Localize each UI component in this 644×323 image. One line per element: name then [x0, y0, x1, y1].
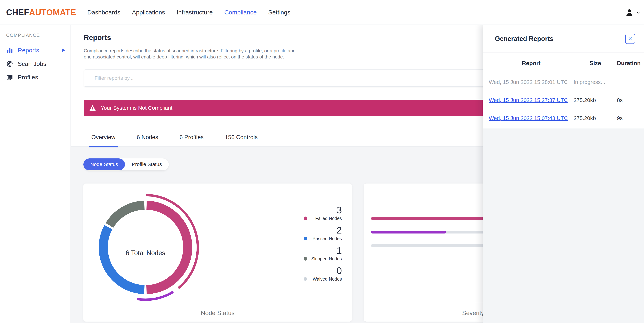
card-divider	[90, 302, 346, 303]
chevron-down-icon	[636, 10, 641, 15]
legend-row-passed: 2 Passed Nodes	[304, 226, 342, 241]
nav-item-compliance[interactable]: Compliance	[224, 9, 257, 16]
passed-dot-icon	[304, 237, 307, 240]
failed-dot-icon	[304, 216, 307, 220]
failed-label: Failed Nodes	[315, 216, 342, 221]
node-status-donut-chart	[88, 190, 203, 305]
failed-count: 3	[304, 205, 342, 215]
table-row: Wed, 15 Jun 2022 15:27:37 UTC 275.20kb 8…	[483, 91, 644, 109]
alert-message: Your System is Not Compliant	[101, 105, 172, 111]
arrow-right-icon	[62, 48, 65, 52]
page-description-line1: Compliance reports describe the status o…	[84, 48, 296, 54]
top-navbar: CHEFAUTOMATE Dashboards Applications Inf…	[0, 0, 644, 25]
report-size: 275.20kb	[574, 97, 617, 103]
sidebar-item-reports[interactable]: Reports	[0, 44, 70, 57]
logo-automate: AUTOMATE	[29, 8, 76, 17]
app-root: CHEFAUTOMATE Dashboards Applications Inf…	[0, 0, 644, 323]
table-row: Wed, 15 Jun 2022 15:28:01 UTC In progres…	[483, 73, 644, 91]
user-menu[interactable]	[625, 0, 641, 25]
sidebar-item-label: Reports	[18, 47, 39, 54]
column-report: Report	[489, 60, 574, 66]
nav-item-infrastructure[interactable]: Infrastructure	[176, 9, 212, 16]
donut-legend: 3 Failed Nodes 2 Passed Nodes 1 Skipped …	[304, 205, 342, 286]
report-download-link[interactable]: Wed, 15 Jun 2022 15:07:43 UTC	[489, 115, 574, 121]
report-duration: 9s	[617, 115, 643, 121]
passed-label: Passed Nodes	[312, 236, 342, 241]
close-icon: ✕	[628, 36, 632, 42]
sidebar-section-label: COMPLIANCE	[6, 32, 70, 38]
page-description-line2: one associated control, will enable deep…	[84, 54, 296, 60]
report-timestamp: Wed, 15 Jun 2022 15:28:01 UTC	[489, 79, 574, 85]
tab-nodes[interactable]: 6 Nodes	[134, 134, 161, 148]
waived-count: 0	[304, 266, 342, 276]
report-duration: 8s	[617, 97, 643, 103]
logo-chef: CHEF	[6, 8, 29, 17]
page-title: Reports	[84, 34, 111, 42]
radar-scan-icon	[6, 60, 13, 68]
generated-reports-title: Generated Reports	[495, 35, 625, 42]
report-size: In progress...	[574, 79, 617, 85]
generated-reports-table: Report Size Duration Wed, 15 Jun 2022 15…	[483, 53, 644, 127]
sidebar: COMPLIANCE Reports Scan Jobs	[0, 25, 70, 323]
toggle-node-status[interactable]: Node Status	[84, 158, 125, 170]
user-avatar-icon	[625, 8, 634, 16]
passed-count: 2	[304, 226, 342, 235]
waived-dot-icon	[304, 277, 307, 281]
severity-caption: Severity	[462, 310, 484, 316]
node-status-caption: Node Status	[84, 310, 352, 316]
chef-automate-logo[interactable]: CHEFAUTOMATE	[6, 8, 76, 17]
warning-triangle-icon	[89, 105, 96, 111]
report-download-link[interactable]: Wed, 15 Jun 2022 15:27:37 UTC	[489, 97, 574, 103]
column-size: Size	[574, 60, 617, 66]
generated-reports-panel: Generated Reports ✕ Report Size Duration…	[483, 25, 644, 323]
sidebar-item-profiles[interactable]: Profiles	[0, 70, 70, 84]
table-header-row: Report Size Duration	[483, 53, 644, 73]
toggle-profile-status[interactable]: Profile Status	[125, 158, 169, 170]
legend-row-skipped: 1 Skipped Nodes	[304, 246, 342, 262]
column-duration: Duration	[617, 60, 643, 66]
donut-center-label: 6 Total Nodes	[88, 249, 203, 257]
sidebar-item-scan-jobs[interactable]: Scan Jobs	[0, 57, 70, 70]
severity-bar-fill	[371, 230, 446, 234]
report-tabs: Overview 6 Nodes 6 Profiles 156 Controls	[89, 134, 260, 148]
sidebar-item-label: Profiles	[18, 74, 38, 81]
sidebar-item-label: Scan Jobs	[18, 60, 46, 67]
legend-row-waived: 0 Waived Nodes	[304, 266, 342, 282]
main-nav: Dashboards Applications Infrastructure C…	[87, 9, 290, 16]
documents-icon	[6, 74, 13, 81]
nav-item-dashboards[interactable]: Dashboards	[87, 9, 120, 16]
bar-chart-icon	[6, 47, 13, 54]
sidebar-items: Reports Scan Jobs	[0, 44, 70, 84]
nav-item-settings[interactable]: Settings	[268, 9, 290, 16]
legend-row-failed: 3 Failed Nodes	[304, 205, 342, 221]
page-description: Compliance reports describe the status o…	[84, 48, 296, 60]
table-row: Wed, 15 Jun 2022 15:07:43 UTC 275.20kb 9…	[483, 109, 644, 127]
waived-label: Waived Nodes	[312, 276, 342, 282]
report-size: 275.20kb	[574, 115, 617, 121]
generated-reports-header: Generated Reports ✕	[483, 25, 644, 53]
close-panel-button[interactable]: ✕	[625, 34, 635, 44]
nav-item-applications[interactable]: Applications	[132, 9, 165, 16]
skipped-count: 1	[304, 246, 342, 255]
tab-overview[interactable]: Overview	[89, 134, 118, 148]
skipped-label: Skipped Nodes	[311, 256, 342, 261]
node-status-card: 6 Total Nodes 3 Failed Nodes 2 Passed No…	[84, 184, 352, 322]
tab-profiles[interactable]: 6 Profiles	[177, 134, 206, 148]
status-toggle: Node Status Profile Status	[84, 158, 169, 170]
skipped-dot-icon	[304, 257, 307, 260]
tab-controls[interactable]: 156 Controls	[222, 134, 260, 148]
